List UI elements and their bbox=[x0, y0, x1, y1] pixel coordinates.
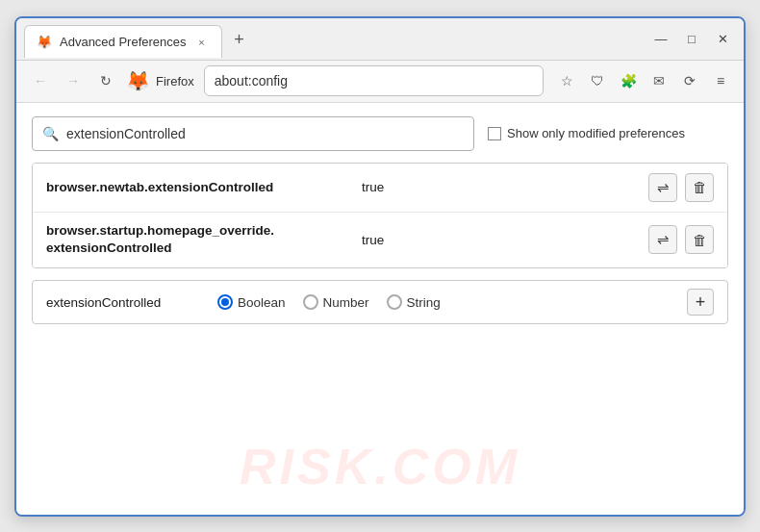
tab-title: Advanced Preferences bbox=[60, 35, 187, 49]
maximize-button[interactable]: □ bbox=[678, 25, 705, 52]
title-bar: 🦊 Advanced Preferences × + — □ ✕ bbox=[16, 18, 744, 61]
pref-row-actions: ⇌ 🗑 bbox=[648, 225, 714, 254]
number-radio-circle bbox=[303, 294, 318, 310]
address-bar[interactable]: about:config bbox=[204, 65, 544, 96]
toggle-button[interactable]: ⇌ bbox=[648, 225, 677, 254]
pref-name: browser.startup.homepage_override.extens… bbox=[46, 222, 354, 259]
string-radio-label: String bbox=[407, 295, 441, 310]
pref-value: true bbox=[362, 233, 384, 247]
trash-icon: 🗑 bbox=[693, 232, 707, 248]
content-area: RISK.COM 🔍 Show only modified preference… bbox=[16, 103, 744, 515]
browser-window: 🦊 Advanced Preferences × + — □ ✕ ← → bbox=[14, 16, 746, 517]
extensions-button[interactable]: 🧩 bbox=[615, 67, 642, 94]
nav-bar: ← → ↻ 🦊 Firefox about:config ☆ 🛡 🧩 ✉ bbox=[16, 61, 744, 103]
number-radio-option[interactable]: Number bbox=[303, 294, 369, 310]
pref-name: browser.newtab.extensionControlled bbox=[46, 180, 354, 194]
table-row: browser.startup.homepage_override.extens… bbox=[33, 213, 727, 268]
reload-button[interactable]: ↻ bbox=[91, 66, 120, 95]
new-tab-button[interactable]: + bbox=[226, 26, 253, 53]
add-pref-button[interactable]: + bbox=[687, 289, 714, 316]
table-row: browser.newtab.extensionControlled true … bbox=[33, 164, 727, 213]
delete-button[interactable]: 🗑 bbox=[685, 225, 714, 254]
swap-icon: ⇌ bbox=[657, 231, 670, 248]
pref-value: true bbox=[362, 180, 384, 194]
mail-button[interactable]: ✉ bbox=[646, 67, 672, 94]
search-input[interactable] bbox=[66, 126, 464, 141]
forward-button[interactable]: → bbox=[59, 66, 88, 95]
show-modified-checkbox[interactable] bbox=[488, 127, 501, 140]
delete-button[interactable]: 🗑 bbox=[685, 173, 714, 202]
pref-row-actions: ⇌ 🗑 bbox=[648, 173, 714, 202]
show-modified-option[interactable]: Show only modified preferences bbox=[488, 126, 685, 140]
search-row: 🔍 Show only modified preferences bbox=[32, 116, 728, 151]
menu-button[interactable]: ≡ bbox=[707, 67, 734, 94]
shield-button[interactable]: 🛡 bbox=[584, 67, 611, 94]
search-icon: 🔍 bbox=[42, 126, 59, 141]
results-table: browser.newtab.extensionControlled true … bbox=[32, 163, 728, 269]
toggle-button[interactable]: ⇌ bbox=[648, 173, 677, 202]
close-window-button[interactable]: ✕ bbox=[709, 25, 736, 52]
minimize-button[interactable]: — bbox=[647, 25, 674, 52]
tab-close-button[interactable]: × bbox=[194, 35, 210, 50]
sync-button[interactable]: ⟳ bbox=[676, 67, 703, 94]
bookmark-button[interactable]: ☆ bbox=[553, 67, 580, 94]
string-radio-circle bbox=[387, 294, 402, 310]
boolean-radio-fill bbox=[221, 298, 229, 306]
type-radio-group: Boolean Number String bbox=[217, 294, 441, 310]
add-icon: + bbox=[696, 292, 706, 313]
tab-favicon: 🦊 bbox=[37, 35, 52, 49]
search-box[interactable]: 🔍 bbox=[32, 116, 474, 151]
watermark: RISK.COM bbox=[240, 438, 520, 495]
window-controls: — □ ✕ bbox=[647, 25, 736, 52]
nav-icon-group: ☆ 🛡 🧩 ✉ ⟳ ≡ bbox=[553, 67, 734, 94]
boolean-radio-option[interactable]: Boolean bbox=[217, 294, 286, 310]
string-radio-option[interactable]: String bbox=[387, 294, 441, 310]
new-pref-name: extensionControlled bbox=[46, 295, 200, 310]
swap-icon: ⇌ bbox=[657, 179, 670, 196]
boolean-radio-label: Boolean bbox=[238, 295, 286, 310]
trash-icon: 🗑 bbox=[693, 179, 707, 195]
number-radio-label: Number bbox=[323, 295, 369, 310]
browser-name: Firefox bbox=[156, 74, 194, 89]
firefox-logo: 🦊 bbox=[126, 69, 150, 92]
new-pref-row: extensionControlled Boolean Number bbox=[32, 280, 728, 324]
back-button[interactable]: ← bbox=[26, 66, 55, 95]
show-modified-label: Show only modified preferences bbox=[507, 126, 685, 140]
boolean-radio-circle bbox=[217, 294, 233, 310]
active-tab[interactable]: 🦊 Advanced Preferences × bbox=[24, 25, 222, 58]
address-text: about:config bbox=[215, 73, 288, 89]
